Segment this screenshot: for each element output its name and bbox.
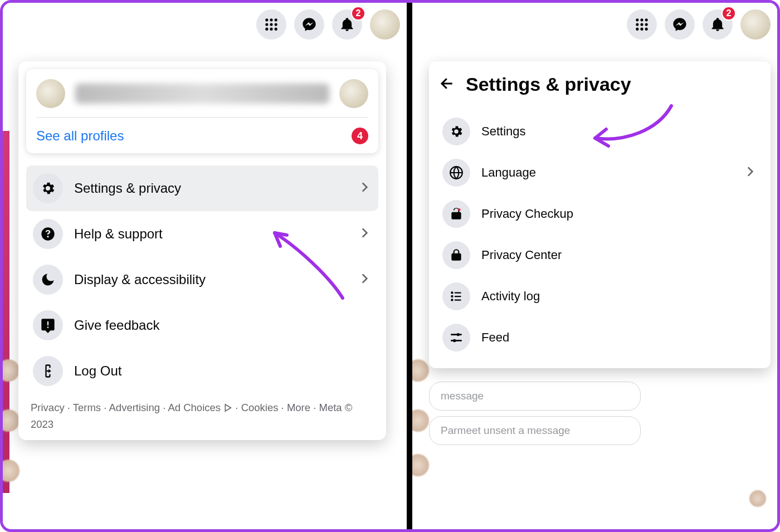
bg-avatar-small <box>749 490 766 507</box>
settings-label: Settings <box>481 124 757 139</box>
settings-item-activity-log[interactable]: Activity log <box>439 276 760 317</box>
bg-avatar <box>3 409 20 432</box>
svg-point-11 <box>640 18 643 21</box>
bg-avatar <box>3 359 20 382</box>
chevron-right-icon <box>357 271 372 288</box>
see-all-profiles-row[interactable]: See all profiles 4 <box>36 118 368 144</box>
footer-cookies[interactable]: Cookies <box>241 402 279 413</box>
account-avatar-button[interactable] <box>740 9 771 40</box>
notifications-button[interactable]: 2 <box>703 9 733 40</box>
bg-avatar <box>412 454 429 476</box>
footer-privacy[interactable]: Privacy <box>31 402 65 413</box>
svg-rect-25 <box>455 296 461 297</box>
bell-icon <box>339 17 355 32</box>
svg-point-27 <box>457 333 460 336</box>
chevron-right-icon <box>357 226 372 242</box>
messenger-icon <box>672 17 688 32</box>
messenger-button[interactable] <box>294 9 324 40</box>
right-screenshot: message Parmeet unsent a message 2 Sett <box>412 3 777 529</box>
svg-point-15 <box>645 23 648 26</box>
bg-avatar <box>412 409 429 432</box>
list-icon <box>442 282 470 310</box>
messenger-icon <box>301 17 317 32</box>
footer-links: Privacy · Terms · Advertising · Ad Choic… <box>26 394 378 435</box>
svg-point-5 <box>275 23 277 26</box>
notification-badge: 2 <box>351 6 365 21</box>
settings-item-privacy-checkup[interactable]: Privacy Checkup <box>439 193 760 235</box>
chevron-right-icon <box>357 180 372 197</box>
gear-icon <box>442 118 470 145</box>
svg-point-16 <box>636 28 638 31</box>
arrow-left-icon <box>439 75 456 92</box>
account-menu-panel: See all profiles 4 Settings & privacyHel… <box>18 61 386 440</box>
menu-item-display-accessibility[interactable]: Display & accessibility <box>26 257 378 302</box>
footer-terms[interactable]: Terms <box>73 402 101 413</box>
see-all-profiles-link[interactable]: See all profiles <box>36 128 124 144</box>
bg-avatar <box>412 359 429 382</box>
settings-item-settings[interactable]: Settings <box>439 111 760 152</box>
grid-icon <box>264 17 279 32</box>
background-chat: message Parmeet unsent a message <box>429 382 641 451</box>
settings-label: Feed <box>481 330 757 345</box>
svg-point-23 <box>451 299 453 301</box>
bg-avatar <box>3 460 20 482</box>
left-screenshot: 2 See all profiles 4 Settings & privacyH… <box>3 3 412 529</box>
panel-title: Settings & privacy <box>466 74 631 95</box>
svg-point-4 <box>270 23 272 26</box>
unlock-icon <box>442 200 470 228</box>
settings-item-language[interactable]: Language <box>439 152 760 193</box>
menu-grid-button[interactable] <box>256 9 286 40</box>
svg-point-21 <box>451 291 453 294</box>
back-button[interactable] <box>439 75 456 94</box>
menu-item-give-feedback[interactable]: Give feedback <box>26 302 378 348</box>
svg-point-7 <box>270 28 272 31</box>
menu-item-log-out[interactable]: Log Out <box>26 348 378 394</box>
settings-item-privacy-center[interactable]: Privacy Center <box>439 235 760 276</box>
svg-point-14 <box>640 23 643 26</box>
footer-adchoices[interactable]: Ad Choices <box>168 402 221 413</box>
footer-more[interactable]: More <box>287 402 310 413</box>
svg-point-0 <box>265 18 268 21</box>
grid-icon <box>634 17 650 32</box>
logout-icon <box>33 356 63 386</box>
account-avatar-button[interactable] <box>370 9 400 40</box>
svg-point-20 <box>458 208 460 211</box>
svg-point-1 <box>270 18 272 21</box>
svg-point-6 <box>265 28 268 31</box>
menu-label: Settings & privacy <box>74 180 346 196</box>
messenger-button[interactable] <box>665 9 695 40</box>
menu-item-help-support[interactable]: Help & support <box>26 211 378 257</box>
svg-point-22 <box>451 295 453 297</box>
settings-label: Language <box>481 165 732 180</box>
footer-advertising[interactable]: Advertising <box>109 402 160 413</box>
svg-point-8 <box>275 28 277 31</box>
svg-point-2 <box>275 18 277 21</box>
menu-label: Log Out <box>74 363 372 379</box>
profile-card: See all profiles 4 <box>26 69 378 153</box>
profiles-count-badge: 4 <box>352 128 368 144</box>
adchoices-icon <box>223 403 232 412</box>
profile-avatar <box>36 79 65 108</box>
settings-item-feed[interactable]: Feed <box>439 317 760 358</box>
lock-icon <box>442 241 470 269</box>
svg-rect-26 <box>455 299 461 300</box>
menu-item-settings-privacy[interactable]: Settings & privacy <box>26 165 378 211</box>
svg-point-13 <box>636 23 638 26</box>
menu-grid-button[interactable] <box>627 9 657 40</box>
menu-label: Display & accessibility <box>74 272 346 287</box>
svg-point-28 <box>453 339 456 342</box>
feedback-icon <box>33 310 63 340</box>
svg-point-12 <box>645 18 648 21</box>
chat-bubble: message <box>429 382 641 411</box>
svg-point-18 <box>645 28 648 31</box>
settings-label: Privacy Checkup <box>481 207 757 221</box>
help-icon <box>33 219 63 249</box>
chat-bubble: Parmeet unsent a message <box>429 416 641 445</box>
secondary-profile-avatar <box>339 79 368 108</box>
svg-point-10 <box>636 18 638 21</box>
moon-icon <box>33 265 63 295</box>
svg-rect-24 <box>455 292 461 293</box>
notifications-button[interactable]: 2 <box>332 9 362 40</box>
profile-row[interactable] <box>36 79 368 118</box>
bg-stripe <box>3 131 9 493</box>
